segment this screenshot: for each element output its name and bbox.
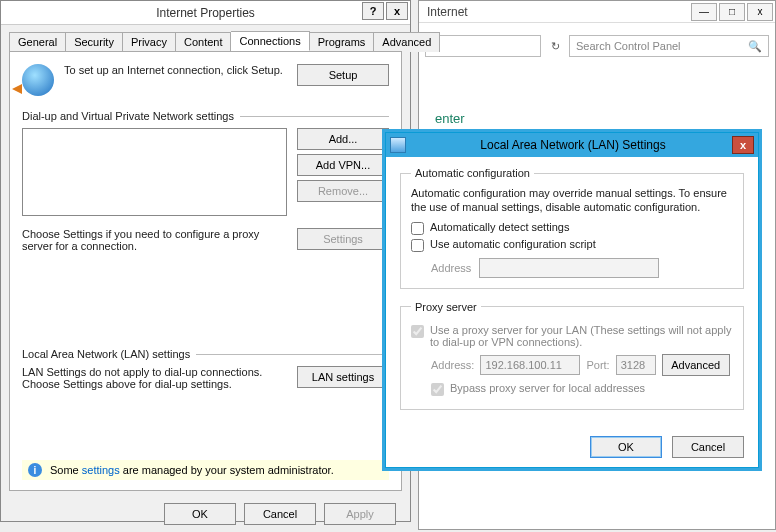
proxy-legend: Proxy server bbox=[411, 301, 481, 313]
ip-cancel-button[interactable]: Cancel bbox=[244, 503, 316, 525]
settings-button: Settings bbox=[297, 228, 389, 250]
refresh-icon[interactable]: ↻ bbox=[545, 36, 565, 56]
breadcrumb[interactable]: ▾ bbox=[425, 35, 541, 57]
info-prefix: Some bbox=[50, 464, 82, 476]
auto-detect-row[interactable]: Automatically detect settings bbox=[411, 221, 733, 235]
add-vpn-button[interactable]: Add VPN... bbox=[297, 154, 389, 176]
ip-close-button[interactable]: x bbox=[386, 2, 408, 20]
bypass-checkbox bbox=[431, 383, 444, 396]
bypass-label: Bypass proxy server for local addresses bbox=[450, 382, 645, 394]
proxy-port-input bbox=[616, 355, 656, 375]
bg-toolbar: ▾ ↻ Search Control Panel 🔍 bbox=[419, 23, 775, 69]
lan-ok-button[interactable]: OK bbox=[590, 436, 662, 458]
globe-icon bbox=[22, 64, 54, 96]
search-icon: 🔍 bbox=[748, 40, 762, 53]
info-icon: i bbox=[28, 463, 42, 477]
auto-detect-checkbox[interactable] bbox=[411, 222, 424, 235]
lan-titlebar: Local Area Network (LAN) Settings x bbox=[386, 133, 758, 157]
auto-config-text: Automatic configuration may override man… bbox=[411, 187, 733, 215]
auto-script-checkbox[interactable] bbox=[411, 239, 424, 252]
ip-titlebar: Internet Properties ? x bbox=[1, 1, 410, 25]
proxy-address-input bbox=[480, 355, 580, 375]
bg-title: Internet bbox=[421, 5, 689, 19]
info-suffix: are managed by your system administrator… bbox=[120, 464, 334, 476]
info-settings-link[interactable]: settings bbox=[82, 464, 120, 476]
ip-help-button[interactable]: ? bbox=[362, 2, 384, 20]
use-proxy-checkbox bbox=[411, 325, 424, 338]
ip-tabs: General Security Privacy Content Connect… bbox=[1, 25, 410, 51]
search-input[interactable]: Search Control Panel 🔍 bbox=[569, 35, 769, 57]
lan-close-button[interactable]: x bbox=[732, 136, 754, 154]
bypass-row: Bypass proxy server for local addresses bbox=[431, 382, 733, 396]
lan-group-label: Local Area Network (LAN) settings bbox=[22, 348, 389, 360]
internet-properties-dialog: Internet Properties ? x General Security… bbox=[0, 0, 411, 522]
setup-text: To set up an Internet connection, click … bbox=[64, 64, 287, 76]
lan-settings-dialog: Local Area Network (LAN) Settings x Auto… bbox=[385, 132, 759, 468]
bg-titlebar: Internet — □ x bbox=[419, 1, 775, 23]
proxy-address-label: Address: bbox=[431, 359, 474, 371]
script-address-label: Address bbox=[431, 262, 471, 274]
lan-dialog-icon bbox=[390, 137, 406, 153]
proxy-advanced-button[interactable]: Advanced bbox=[662, 354, 730, 376]
tab-content[interactable]: Content bbox=[176, 32, 232, 52]
auto-config-legend: Automatic configuration bbox=[411, 167, 534, 179]
tab-general[interactable]: General bbox=[9, 32, 66, 52]
script-address-input bbox=[479, 258, 659, 278]
auto-config-group: Automatic configuration Automatic config… bbox=[400, 167, 744, 289]
setup-button[interactable]: Setup bbox=[297, 64, 389, 86]
tab-connections[interactable]: Connections bbox=[231, 31, 309, 51]
use-proxy-row: Use a proxy server for your LAN (These s… bbox=[411, 324, 733, 348]
lan-settings-button[interactable]: LAN settings bbox=[297, 366, 389, 388]
bg-minimize-button[interactable]: — bbox=[691, 3, 717, 21]
add-button[interactable]: Add... bbox=[297, 128, 389, 150]
use-proxy-label: Use a proxy server for your LAN (These s… bbox=[430, 324, 733, 348]
tab-body: To set up an Internet connection, click … bbox=[9, 51, 402, 491]
bg-maximize-button[interactable]: □ bbox=[719, 3, 745, 21]
tab-security[interactable]: Security bbox=[66, 32, 123, 52]
dialup-listbox[interactable] bbox=[22, 128, 287, 216]
tab-advanced[interactable]: Advanced bbox=[374, 32, 440, 52]
tab-privacy[interactable]: Privacy bbox=[123, 32, 176, 52]
choose-settings-text: Choose Settings if you need to configure… bbox=[22, 228, 289, 252]
tab-programs[interactable]: Programs bbox=[310, 32, 375, 52]
lan-title: Local Area Network (LAN) Settings bbox=[414, 138, 732, 152]
lan-cancel-button[interactable]: Cancel bbox=[672, 436, 744, 458]
search-placeholder: Search Control Panel bbox=[576, 40, 681, 52]
proxy-port-label: Port: bbox=[586, 359, 609, 371]
ip-bottom-buttons: OK Cancel Apply bbox=[1, 499, 410, 525]
lan-bottom-buttons: OK Cancel bbox=[386, 432, 758, 468]
ip-apply-button: Apply bbox=[324, 503, 396, 525]
info-bar: i Some settings are managed by your syst… bbox=[22, 460, 389, 480]
ip-ok-button[interactable]: OK bbox=[164, 503, 236, 525]
remove-button: Remove... bbox=[297, 180, 389, 202]
ip-title: Internet Properties bbox=[156, 6, 255, 20]
proxy-group: Proxy server Use a proxy server for your… bbox=[400, 301, 744, 410]
auto-script-row[interactable]: Use automatic configuration script bbox=[411, 238, 733, 252]
dialup-group-label: Dial-up and Virtual Private Network sett… bbox=[22, 110, 389, 122]
bg-heading: enter bbox=[435, 111, 759, 126]
auto-script-label: Use automatic configuration script bbox=[430, 238, 596, 250]
auto-detect-label: Automatically detect settings bbox=[430, 221, 569, 233]
bg-close-button[interactable]: x bbox=[747, 3, 773, 21]
lan-text: LAN Settings do not apply to dial-up con… bbox=[22, 366, 289, 390]
